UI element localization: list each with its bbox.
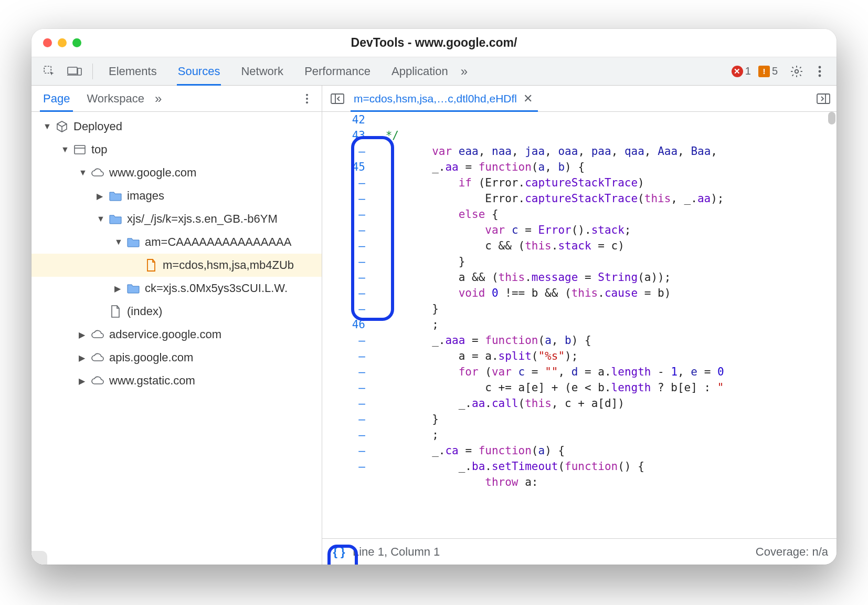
scrollbar-thumb[interactable]: [828, 112, 835, 124]
cube-icon: [55, 119, 69, 134]
gutter-line[interactable]: [322, 411, 365, 427]
sidebar-tab-workspace[interactable]: Workspace: [78, 86, 153, 111]
gutter-line[interactable]: [322, 364, 365, 380]
tab-performance[interactable]: Performance: [294, 57, 381, 85]
scrollbar-track[interactable]: [827, 112, 837, 538]
cloud-icon: [90, 327, 105, 342]
editor-statusbar: { } Line 1, Column 1 Coverage: n/a: [322, 538, 837, 565]
disclosure-triangle-icon[interactable]: ▼: [79, 168, 86, 178]
tree-row-label: images: [127, 189, 164, 203]
tree-row-label: adservice.google.com: [109, 328, 221, 341]
close-tab-icon[interactable]: ✕: [523, 92, 533, 106]
minimize-window-button[interactable]: [58, 38, 67, 47]
sidebar-more-tabs-button[interactable]: »: [155, 91, 162, 106]
tree-row-label: m=cdos,hsm,jsa,mb4ZUb: [163, 258, 294, 272]
gutter-line[interactable]: [322, 238, 365, 254]
tree-row[interactable]: ▼Deployed: [31, 115, 322, 138]
sidebar-tab-page[interactable]: Page: [35, 86, 78, 111]
tree-row[interactable]: ▶ck=xjs.s.0Mx5ys3sCUI.L.W.: [31, 277, 322, 300]
tree-row[interactable]: ▶adservice.google.com: [31, 323, 322, 346]
svg-point-6: [819, 74, 821, 77]
error-count: 1: [745, 65, 751, 77]
tab-network[interactable]: Network: [230, 57, 294, 85]
cloud-icon: [90, 373, 105, 388]
sidebar-kebab-menu-icon[interactable]: [299, 90, 315, 107]
maximize-window-button[interactable]: [72, 38, 81, 47]
error-icon: ✕: [732, 66, 743, 77]
gutter-line[interactable]: [322, 222, 365, 238]
kebab-menu-icon[interactable]: [811, 63, 828, 80]
warning-count-badge[interactable]: ! 5: [758, 65, 778, 77]
window-title: DevTools - www.google.com/: [31, 36, 837, 50]
cursor-position-label: Line 1, Column 1: [353, 545, 440, 559]
tree-row[interactable]: ▶apis.google.com: [31, 346, 322, 369]
gutter-line[interactable]: [322, 380, 365, 395]
cloud-icon: [90, 350, 105, 365]
gutter-line[interactable]: 45: [322, 159, 365, 175]
gutter-line[interactable]: 43: [322, 128, 365, 143]
disclosure-triangle-icon[interactable]: ▼: [114, 237, 122, 247]
close-window-button[interactable]: [43, 38, 52, 47]
editor-file-tab[interactable]: m=cdos,hsm,jsa,…c,dtl0hd,eHDfl ✕: [351, 86, 538, 111]
error-count-badge[interactable]: ✕ 1: [732, 65, 751, 77]
tree-row[interactable]: m=cdos,hsm,jsa,mb4ZUb: [31, 254, 322, 277]
gutter-line[interactable]: [322, 206, 365, 222]
disclosure-triangle-icon[interactable]: ▶: [79, 330, 86, 340]
svg-point-7: [306, 93, 308, 96]
tab-sources[interactable]: Sources: [167, 57, 231, 85]
gutter-line[interactable]: [322, 191, 365, 206]
disclosure-triangle-icon[interactable]: ▼: [43, 122, 50, 131]
inspect-element-icon[interactable]: [40, 62, 59, 81]
tree-row[interactable]: ▼top: [31, 138, 322, 161]
tab-elements[interactable]: Elements: [98, 57, 167, 85]
gutter-line[interactable]: [322, 458, 365, 474]
tree-row[interactable]: ▼xjs/_/js/k=xjs.s.en_GB.-b6YM: [31, 207, 322, 231]
pretty-print-button[interactable]: { }: [331, 544, 347, 560]
gutter-line[interactable]: [322, 254, 365, 269]
disclosure-triangle-icon[interactable]: ▶: [97, 191, 104, 201]
gutter-line[interactable]: 46: [322, 317, 365, 332]
disclosure-triangle-icon[interactable]: ▼: [61, 145, 68, 154]
tab-application[interactable]: Application: [381, 57, 459, 85]
gutter-line[interactable]: [322, 269, 365, 285]
code-content[interactable]: */ var eaa, naa, jaa, oaa, paa, qaa, Aaa…: [373, 112, 837, 538]
svg-point-9: [306, 101, 308, 103]
toggle-debugger-sidebar-icon[interactable]: [813, 89, 833, 109]
settings-gear-icon[interactable]: [788, 63, 805, 80]
tree-row[interactable]: ▶www.gstatic.com: [31, 369, 322, 392]
device-toolbar-icon[interactable]: [65, 62, 84, 81]
tree-row-label: www.gstatic.com: [109, 374, 195, 388]
folder-icon: [108, 189, 123, 203]
window-icon: [72, 142, 87, 157]
code-editor[interactable]: 42434546 */ var eaa, naa, jaa, oaa, paa,…: [322, 112, 837, 538]
svg-rect-0: [44, 66, 51, 73]
tree-row[interactable]: ▼am=CAAAAAAAAAAAAAAA: [31, 231, 322, 254]
gutter-line[interactable]: [322, 427, 365, 443]
gutter-line[interactable]: [322, 175, 365, 191]
line-number-gutter[interactable]: 42434546: [322, 112, 373, 538]
gutter-line[interactable]: [322, 143, 365, 159]
resize-handle[interactable]: [31, 551, 47, 565]
toggle-navigator-icon[interactable]: [327, 89, 347, 109]
gutter-line[interactable]: [322, 443, 365, 458]
gutter-line[interactable]: [322, 395, 365, 411]
tree-row[interactable]: ▶images: [31, 184, 322, 207]
file-icon: [108, 304, 123, 319]
file-tree: ▼Deployed▼top▼www.google.com▶images▼xjs/…: [31, 112, 322, 565]
disclosure-triangle-icon[interactable]: ▶: [114, 284, 122, 294]
disclosure-triangle-icon[interactable]: ▶: [79, 353, 86, 363]
svg-rect-2: [78, 68, 81, 75]
tree-row[interactable]: (index): [31, 300, 322, 323]
disclosure-triangle-icon[interactable]: ▼: [97, 214, 104, 224]
more-tabs-button[interactable]: »: [461, 64, 468, 79]
gutter-line[interactable]: [322, 332, 365, 348]
warning-icon: !: [758, 66, 770, 77]
gutter-line[interactable]: [322, 348, 365, 364]
gutter-line[interactable]: 42: [322, 112, 365, 128]
svg-point-3: [795, 69, 799, 73]
gutter-line[interactable]: [322, 285, 365, 301]
tree-row-label: apis.google.com: [109, 351, 193, 364]
disclosure-triangle-icon[interactable]: ▶: [79, 376, 86, 386]
tree-row[interactable]: ▼www.google.com: [31, 161, 322, 184]
gutter-line[interactable]: [322, 301, 365, 317]
